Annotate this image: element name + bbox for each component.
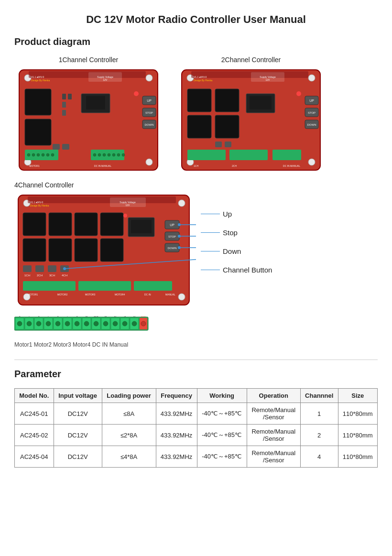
svg-text:UP: UP	[309, 99, 314, 102]
svg-rect-61	[250, 96, 272, 109]
svg-rect-107	[48, 265, 56, 272]
svg-rect-11	[25, 89, 51, 115]
svg-text:D: D	[114, 316, 116, 317]
parameter-section: Parameter Model No. Input voltage Loadin…	[14, 369, 378, 468]
svg-point-123	[178, 223, 181, 226]
controllers-row-1: 1Channel Controller Supply Voltage 12V V…	[14, 56, 378, 173]
table-row: AC245-04DC12V≤4*8A433.92MHz-40℃～+85℃Remo…	[15, 446, 378, 468]
svg-text:STOP: STOP	[168, 235, 176, 238]
svg-text:V1.1  ♠94V-0: V1.1 ♠94V-0	[30, 201, 44, 204]
svg-rect-114	[78, 281, 131, 291]
svg-text:2CH: 2CH	[232, 164, 237, 167]
svg-rect-82	[28, 196, 176, 203]
svg-point-29	[32, 153, 35, 156]
table-row: AC245-01DC12V≤8A433.92MHz-40℃～+85℃Remote…	[15, 403, 378, 425]
table-cell-2-0: AC245-04	[15, 446, 54, 468]
table-body: AC245-01DC12V≤8A433.92MHz-40℃～+85℃Remote…	[15, 403, 378, 468]
table-cell-2-4: -40℃～+85℃	[197, 446, 247, 468]
svg-text:+: +	[19, 316, 20, 317]
annotation-stop: Stop	[201, 229, 272, 237]
svg-rect-115	[134, 281, 172, 291]
svg-text:V1.1  ♠94V-0: V1.1 ♠94V-0	[31, 76, 44, 78]
svg-text:DC IN: DC IN	[144, 293, 151, 296]
svg-point-32	[46, 153, 49, 156]
table-row: AC245-02DC12V≤2*8A433.92MHz-40℃～+85℃Remo…	[15, 425, 378, 446]
svg-rect-57	[215, 89, 239, 112]
svg-text:DOWN: DOWN	[168, 247, 177, 250]
table-cell-2-3: 433.92MHz	[156, 446, 197, 468]
parameter-table: Model No. Input voltage Loading power Fr…	[14, 388, 378, 468]
annotation-down-line	[201, 251, 220, 251]
svg-text:Design By Flenka: Design By Flenka	[31, 79, 50, 82]
svg-point-153	[94, 321, 98, 326]
svg-text:1CH: 1CH	[194, 164, 198, 167]
controller-2ch: 2Channel Controller Supply Voltage 12V V…	[177, 56, 325, 173]
svg-text:DC IN    MANUAL: DC IN MANUAL	[94, 164, 111, 167]
svg-point-30	[37, 153, 40, 156]
svg-text:-: -	[48, 316, 49, 317]
svg-rect-75	[215, 142, 222, 147]
svg-point-47	[308, 75, 315, 81]
svg-text:+: +	[57, 316, 58, 317]
svg-text:+: +	[76, 316, 77, 317]
table-cell-0-0: AC245-01	[15, 403, 54, 425]
svg-rect-59	[215, 115, 239, 138]
annotation-up-line	[201, 214, 220, 214]
svg-rect-113	[23, 281, 76, 291]
controller-1ch-label: 1Channel Controller	[59, 56, 119, 64]
table-cell-2-2: ≤4*8A	[102, 446, 156, 468]
svg-point-68	[296, 91, 301, 96]
table-cell-1-3: 433.92MHz	[156, 425, 197, 446]
svg-text:MOTOR2: MOTOR2	[57, 293, 68, 296]
product-diagram-heading: Product diagram	[14, 36, 378, 47]
svg-text:UP: UP	[147, 99, 152, 102]
svg-text:Design By Flenka: Design By Flenka	[194, 79, 212, 82]
table-cell-1-0: AC245-02	[15, 425, 54, 446]
svg-text:12V: 12V	[266, 78, 271, 81]
svg-point-38	[112, 153, 115, 156]
svg-point-125	[178, 235, 181, 238]
svg-text:S: S	[124, 316, 126, 317]
controller-4ch-label: 4Channel Controller	[14, 181, 74, 189]
svg-point-146	[27, 321, 32, 326]
terminal-section: + - + - + - + G 12V G D S U 12V Motor1 M…	[14, 316, 378, 348]
svg-rect-12	[25, 119, 51, 145]
svg-point-129	[63, 267, 66, 270]
svg-point-145	[17, 321, 22, 326]
svg-point-79	[178, 200, 185, 207]
svg-rect-69	[187, 150, 226, 160]
svg-rect-92	[23, 239, 46, 262]
annotations-panel: Up Stop Down Channel Button	[201, 181, 272, 284]
table-cell-0-7: 110*80mm	[338, 403, 377, 425]
svg-point-147	[36, 321, 41, 326]
table-cell-1-2: ≤2*8A	[102, 425, 156, 446]
col-working: Working	[197, 389, 247, 403]
svg-text:V1.1  ♠94V-0: V1.1 ♠94V-0	[194, 76, 207, 78]
annotation-channel-button: Channel Button	[201, 266, 272, 274]
svg-rect-91	[100, 213, 123, 236]
svg-text:STOP: STOP	[308, 111, 316, 114]
svg-text:STOP: STOP	[145, 111, 153, 114]
svg-point-31	[42, 153, 44, 156]
svg-text:1CH: 1CH	[24, 274, 30, 277]
svg-point-149	[55, 321, 60, 326]
table-cell-2-6: 4	[300, 446, 338, 468]
svg-rect-76	[225, 142, 231, 147]
svg-point-25	[134, 91, 139, 96]
pcb-2ch-image: Supply Voltage 12V V1.1 ♠94V-0 Design By…	[177, 67, 325, 173]
svg-point-155	[113, 321, 118, 326]
table-header: Model No. Input voltage Loading power Fr…	[15, 389, 378, 403]
svg-rect-58	[187, 115, 211, 138]
col-model: Model No.	[15, 389, 54, 403]
svg-text:MOTOR4: MOTOR4	[115, 293, 125, 296]
svg-text:12V: 12V	[94, 316, 99, 317]
svg-point-2	[146, 75, 152, 81]
pcb-1ch-image: Supply Voltage 12V V1.1 ♠94V-0 Design By…	[14, 67, 163, 173]
svg-point-127	[178, 246, 181, 249]
table-cell-0-2: ≤8A	[102, 403, 156, 425]
table-cell-2-7: 110*80mm	[338, 446, 377, 468]
table-cell-1-5: Remote/Manual /Sensor	[247, 425, 300, 446]
svg-point-98	[123, 214, 127, 218]
svg-rect-56	[187, 89, 211, 112]
svg-rect-18	[62, 110, 66, 116]
